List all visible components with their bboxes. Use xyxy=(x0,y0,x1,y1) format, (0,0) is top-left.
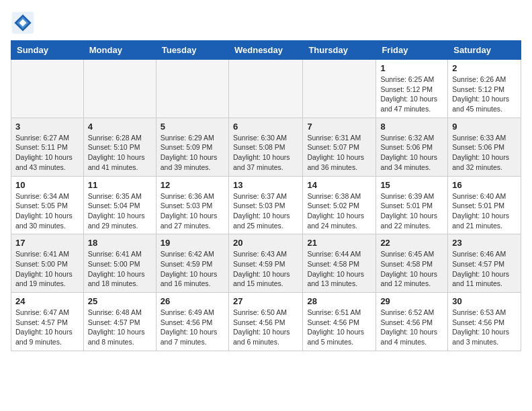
logo-icon xyxy=(11,11,35,35)
day-number: 20 xyxy=(233,238,298,248)
calendar-cell xyxy=(303,60,376,118)
day-info: Sunrise: 6:39 AM Sunset: 5:01 PM Dayligh… xyxy=(380,191,443,231)
day-number: 10 xyxy=(15,180,79,190)
calendar-cell: 21Sunrise: 6:44 AM Sunset: 4:58 PM Dayli… xyxy=(303,234,376,293)
calendar-cell: 25Sunrise: 6:48 AM Sunset: 4:57 PM Dayli… xyxy=(83,293,156,351)
calendar-cell: 24Sunrise: 6:47 AM Sunset: 4:57 PM Dayli… xyxy=(11,293,84,351)
calendar-cell: 19Sunrise: 6:42 AM Sunset: 4:59 PM Dayli… xyxy=(156,234,228,293)
day-number: 15 xyxy=(380,180,443,190)
day-number: 30 xyxy=(452,296,517,306)
calendar-cell: 30Sunrise: 6:53 AM Sunset: 4:56 PM Dayli… xyxy=(448,293,521,351)
day-info: Sunrise: 6:35 AM Sunset: 5:04 PM Dayligh… xyxy=(88,191,152,231)
weekday-header: Sunday xyxy=(11,41,84,60)
day-info: Sunrise: 6:29 AM Sunset: 5:09 PM Dayligh… xyxy=(161,133,224,173)
day-number: 14 xyxy=(307,180,371,190)
day-info: Sunrise: 6:34 AM Sunset: 5:05 PM Dayligh… xyxy=(15,191,79,231)
day-number: 22 xyxy=(380,238,443,248)
page-header xyxy=(11,11,521,35)
day-number: 26 xyxy=(161,296,224,306)
day-number: 2 xyxy=(452,63,517,73)
calendar-cell: 26Sunrise: 6:49 AM Sunset: 4:56 PM Dayli… xyxy=(156,293,228,351)
calendar-cell: 3Sunrise: 6:27 AM Sunset: 5:11 PM Daylig… xyxy=(11,118,84,176)
day-number: 3 xyxy=(15,122,79,132)
day-number: 28 xyxy=(307,296,371,306)
weekday-header: Monday xyxy=(83,41,156,60)
day-info: Sunrise: 6:25 AM Sunset: 5:12 PM Dayligh… xyxy=(380,75,443,114)
calendar-cell: 8Sunrise: 6:32 AM Sunset: 5:06 PM Daylig… xyxy=(376,118,448,176)
weekday-header: Tuesday xyxy=(156,41,228,60)
day-info: Sunrise: 6:42 AM Sunset: 4:59 PM Dayligh… xyxy=(161,249,224,289)
day-number: 24 xyxy=(15,296,79,306)
calendar-cell: 18Sunrise: 6:41 AM Sunset: 5:00 PM Dayli… xyxy=(83,234,156,293)
day-number: 25 xyxy=(88,296,152,306)
calendar-cell: 5Sunrise: 6:29 AM Sunset: 5:09 PM Daylig… xyxy=(156,118,228,176)
day-info: Sunrise: 6:50 AM Sunset: 4:56 PM Dayligh… xyxy=(233,308,298,347)
calendar-table: SundayMondayTuesdayWednesdayThursdayFrid… xyxy=(11,40,521,351)
calendar-cell: 27Sunrise: 6:50 AM Sunset: 4:56 PM Dayli… xyxy=(228,293,302,351)
day-info: Sunrise: 6:37 AM Sunset: 5:03 PM Dayligh… xyxy=(233,191,298,231)
day-info: Sunrise: 6:44 AM Sunset: 4:58 PM Dayligh… xyxy=(307,249,371,289)
day-info: Sunrise: 6:40 AM Sunset: 5:01 PM Dayligh… xyxy=(452,191,517,231)
calendar-cell: 14Sunrise: 6:38 AM Sunset: 5:02 PM Dayli… xyxy=(303,176,376,234)
calendar-cell: 1Sunrise: 6:25 AM Sunset: 5:12 PM Daylig… xyxy=(376,60,448,118)
day-info: Sunrise: 6:45 AM Sunset: 4:58 PM Dayligh… xyxy=(380,249,443,289)
calendar-cell: 12Sunrise: 6:36 AM Sunset: 5:03 PM Dayli… xyxy=(156,176,228,234)
day-info: Sunrise: 6:41 AM Sunset: 5:00 PM Dayligh… xyxy=(88,249,152,289)
day-number: 23 xyxy=(452,238,517,248)
day-info: Sunrise: 6:51 AM Sunset: 4:56 PM Dayligh… xyxy=(307,308,371,347)
calendar-cell: 2Sunrise: 6:26 AM Sunset: 5:12 PM Daylig… xyxy=(448,60,521,118)
weekday-header: Saturday xyxy=(448,41,521,60)
calendar-cell: 9Sunrise: 6:33 AM Sunset: 5:06 PM Daylig… xyxy=(448,118,521,176)
day-info: Sunrise: 6:30 AM Sunset: 5:08 PM Dayligh… xyxy=(233,133,298,173)
calendar-cell: 17Sunrise: 6:41 AM Sunset: 5:00 PM Dayli… xyxy=(11,234,84,293)
calendar-cell: 13Sunrise: 6:37 AM Sunset: 5:03 PM Dayli… xyxy=(228,176,302,234)
calendar-cell: 29Sunrise: 6:52 AM Sunset: 4:56 PM Dayli… xyxy=(376,293,448,351)
day-number: 9 xyxy=(452,122,517,132)
day-info: Sunrise: 6:46 AM Sunset: 4:57 PM Dayligh… xyxy=(452,249,517,289)
day-info: Sunrise: 6:26 AM Sunset: 5:12 PM Dayligh… xyxy=(452,75,517,114)
calendar-cell: 6Sunrise: 6:30 AM Sunset: 5:08 PM Daylig… xyxy=(228,118,302,176)
calendar-cell: 28Sunrise: 6:51 AM Sunset: 4:56 PM Dayli… xyxy=(303,293,376,351)
calendar-cell xyxy=(228,60,302,118)
day-info: Sunrise: 6:31 AM Sunset: 5:07 PM Dayligh… xyxy=(307,133,371,173)
day-info: Sunrise: 6:33 AM Sunset: 5:06 PM Dayligh… xyxy=(452,133,517,173)
day-number: 21 xyxy=(307,238,371,248)
day-info: Sunrise: 6:53 AM Sunset: 4:56 PM Dayligh… xyxy=(452,308,517,347)
day-number: 8 xyxy=(380,122,443,132)
day-info: Sunrise: 6:47 AM Sunset: 4:57 PM Dayligh… xyxy=(15,308,79,347)
day-number: 4 xyxy=(88,122,152,132)
day-number: 6 xyxy=(233,122,298,132)
day-number: 27 xyxy=(233,296,298,306)
day-info: Sunrise: 6:38 AM Sunset: 5:02 PM Dayligh… xyxy=(307,191,371,231)
day-number: 13 xyxy=(233,180,298,190)
calendar-cell: 23Sunrise: 6:46 AM Sunset: 4:57 PM Dayli… xyxy=(448,234,521,293)
calendar-cell: 20Sunrise: 6:43 AM Sunset: 4:59 PM Dayli… xyxy=(228,234,302,293)
day-info: Sunrise: 6:32 AM Sunset: 5:06 PM Dayligh… xyxy=(380,133,443,173)
day-info: Sunrise: 6:28 AM Sunset: 5:10 PM Dayligh… xyxy=(88,133,152,173)
day-info: Sunrise: 6:27 AM Sunset: 5:11 PM Dayligh… xyxy=(15,133,79,173)
weekday-header: Wednesday xyxy=(228,41,302,60)
day-number: 18 xyxy=(88,238,152,248)
weekday-header: Thursday xyxy=(303,41,376,60)
day-number: 12 xyxy=(161,180,224,190)
day-number: 17 xyxy=(15,238,79,248)
day-info: Sunrise: 6:43 AM Sunset: 4:59 PM Dayligh… xyxy=(233,249,298,289)
calendar-cell: 22Sunrise: 6:45 AM Sunset: 4:58 PM Dayli… xyxy=(376,234,448,293)
calendar-cell: 4Sunrise: 6:28 AM Sunset: 5:10 PM Daylig… xyxy=(83,118,156,176)
calendar-cell xyxy=(156,60,228,118)
day-number: 11 xyxy=(88,180,152,190)
day-info: Sunrise: 6:48 AM Sunset: 4:57 PM Dayligh… xyxy=(88,308,152,347)
day-info: Sunrise: 6:36 AM Sunset: 5:03 PM Dayligh… xyxy=(161,191,224,231)
calendar-cell xyxy=(83,60,156,118)
day-info: Sunrise: 6:41 AM Sunset: 5:00 PM Dayligh… xyxy=(15,249,79,289)
calendar-cell: 7Sunrise: 6:31 AM Sunset: 5:07 PM Daylig… xyxy=(303,118,376,176)
day-number: 29 xyxy=(380,296,443,306)
calendar-cell: 15Sunrise: 6:39 AM Sunset: 5:01 PM Dayli… xyxy=(376,176,448,234)
day-info: Sunrise: 6:52 AM Sunset: 4:56 PM Dayligh… xyxy=(380,308,443,347)
calendar-cell: 10Sunrise: 6:34 AM Sunset: 5:05 PM Dayli… xyxy=(11,176,84,234)
day-number: 1 xyxy=(380,63,443,73)
day-info: Sunrise: 6:49 AM Sunset: 4:56 PM Dayligh… xyxy=(161,308,224,347)
calendar-cell: 16Sunrise: 6:40 AM Sunset: 5:01 PM Dayli… xyxy=(448,176,521,234)
calendar-cell: 11Sunrise: 6:35 AM Sunset: 5:04 PM Dayli… xyxy=(83,176,156,234)
logo xyxy=(11,11,39,35)
